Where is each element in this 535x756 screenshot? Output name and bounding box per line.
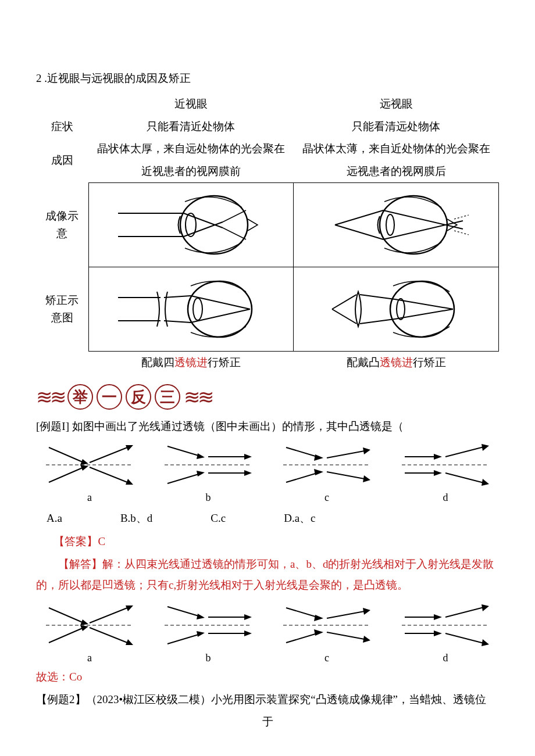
svg-marker-101	[482, 604, 489, 611]
lens-c2-icon	[280, 602, 373, 648]
q2-tail: 于	[36, 713, 499, 730]
svg-point-17	[193, 298, 202, 320]
q1-fig-b: b	[155, 442, 262, 506]
svg-line-64	[445, 446, 486, 457]
svg-marker-63	[434, 470, 442, 476]
row-label-correct-l1: 矫正示	[41, 292, 84, 309]
svg-point-24	[390, 281, 454, 337]
svg-line-22	[191, 296, 250, 309]
svg-point-9	[386, 214, 394, 235]
lens-c-icon	[280, 442, 373, 488]
section-heading: .近视眼与远视眼的成因及矫正	[44, 72, 191, 84]
lens-d2-icon	[399, 602, 492, 648]
q1-fig-a: a	[36, 442, 143, 506]
svg-marker-72	[80, 625, 88, 631]
svg-line-75	[90, 628, 130, 644]
q1b-fig-b: b	[155, 602, 262, 667]
svg-marker-92	[363, 608, 370, 615]
lens-b-icon	[162, 442, 255, 488]
svg-line-78	[167, 607, 202, 617]
q1-fig-a-label: a	[36, 489, 143, 506]
q1-answer-value: C	[98, 535, 105, 547]
eye-myopia-icon	[115, 187, 266, 263]
q1b-fig-c: c	[273, 602, 380, 667]
q1-explain-body: 解：从四束光线通过透镜的情形可知，a、b、d的折射光线相对于入射光线是发散的，所…	[36, 558, 494, 591]
svg-marker-97	[434, 614, 442, 620]
svg-line-7	[223, 210, 246, 222]
banner-char-1: 举	[67, 384, 93, 410]
svg-line-6	[223, 228, 246, 239]
banner-juyifansan: ≋≋ 举 一 反 三 ≋≋	[36, 384, 499, 410]
q1b-fig-c-label: c	[273, 650, 380, 667]
diagram-hyperopia	[294, 182, 499, 267]
svg-line-93	[327, 632, 368, 640]
symptom-hyperopia: 只能看清远处物体	[294, 116, 499, 138]
row-label-diagram: 成像示意	[36, 182, 88, 267]
q1-figure-row: a b c d	[36, 442, 499, 506]
svg-marker-65	[482, 444, 489, 451]
svg-line-66	[445, 473, 486, 483]
caption-myopia-a: 配戴四	[141, 356, 174, 368]
svg-marker-85	[244, 630, 252, 636]
row-label-correct: 矫正示 意图	[36, 267, 88, 351]
svg-line-13	[383, 221, 463, 239]
cause-myopia-line2: 近视患者的视网膜前	[88, 160, 294, 183]
svg-marker-49	[244, 470, 252, 476]
svg-marker-79	[197, 614, 205, 619]
col-header-hyperopia: 远视眼	[294, 93, 499, 115]
svg-line-69	[49, 608, 84, 623]
q2-stem: 【例题2】（2023•椒江区校级二模）小光用图示装置探究“凸透镜成像规律”，当蜡…	[36, 691, 499, 708]
svg-line-73	[90, 607, 130, 623]
banner-char-3: 反	[126, 384, 151, 410]
svg-line-11	[335, 225, 383, 239]
q1-answer: 【答案】C	[54, 533, 499, 550]
svg-line-31	[395, 309, 453, 319]
svg-marker-61	[434, 454, 442, 460]
lens-a2-icon	[43, 602, 136, 648]
q1-options: A.a B.b、d C.c D.a、c	[36, 510, 499, 527]
svg-line-4	[184, 213, 223, 228]
q1-opt-c: C.c	[211, 510, 226, 527]
q1-opt-b: B.b、d	[120, 510, 152, 527]
q1-opt-d: D.a、c	[284, 510, 315, 527]
section-number: 2	[36, 72, 42, 84]
svg-line-5	[184, 222, 223, 237]
svg-line-102	[445, 633, 486, 644]
q1-fig-d-label: d	[392, 489, 499, 506]
q1-fig-c: c	[273, 442, 380, 506]
row-label-cause: 成因	[36, 138, 88, 182]
svg-marker-67	[482, 479, 489, 486]
q1-opt-a: A.a	[47, 510, 62, 527]
caption-myopia: 配戴四透镜进行矫正	[88, 351, 294, 374]
caption-hyperopia-a: 配戴凸	[347, 356, 380, 368]
svg-marker-52	[314, 454, 323, 461]
svg-line-12	[383, 210, 463, 229]
symptom-myopia: 只能看清近处物体	[88, 116, 294, 138]
correct-myopia	[88, 267, 294, 351]
q1b-fig-d: d	[392, 602, 499, 667]
svg-line-30	[395, 299, 453, 309]
svg-line-23	[191, 309, 250, 323]
svg-line-27	[332, 309, 356, 324]
wave-left-icon: ≋≋	[36, 392, 64, 402]
caption-hyperopia-c: 行矫正	[413, 356, 446, 368]
lens-b2-icon	[162, 602, 255, 648]
svg-marker-81	[197, 631, 205, 637]
row-label-correct-l2: 意图	[41, 309, 84, 327]
banner-char-2: 一	[97, 384, 122, 410]
svg-marker-56	[363, 447, 370, 454]
q1-explain: 【解答】解：从四束光线通过透镜的情形可知，a、b、d的折射光线相对于入射光线是发…	[36, 554, 499, 596]
svg-marker-88	[314, 615, 323, 621]
svg-line-91	[327, 611, 368, 618]
svg-marker-45	[197, 471, 205, 476]
eye-hyperopia-correct-icon	[320, 271, 472, 347]
svg-line-28	[360, 295, 395, 299]
svg-marker-54	[314, 469, 323, 475]
svg-line-33	[49, 447, 84, 463]
svg-marker-103	[482, 639, 489, 646]
svg-line-21	[164, 321, 191, 323]
cause-hyperopia-line1: 晶状体太薄，来自近处物体的光会聚在	[294, 138, 499, 160]
caption-myopia-c: 行矫正	[208, 356, 241, 368]
svg-marker-36	[80, 465, 88, 471]
col-header-myopia: 近视眼	[88, 93, 294, 115]
